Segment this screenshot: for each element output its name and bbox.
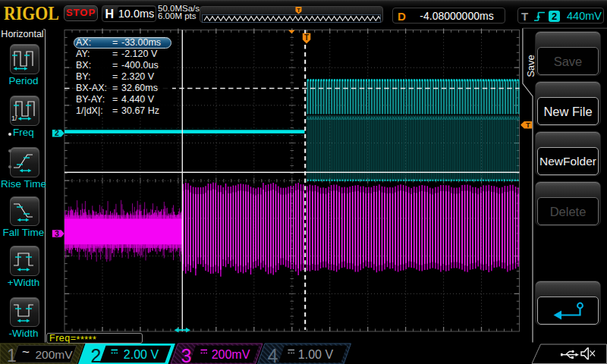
svg-text:200mV: 200mV [35,348,73,361]
svg-text:4: 4 [268,345,278,364]
svg-text:1/: 1/ [11,115,17,122]
svg-text:2: 2 [91,345,102,364]
svg-text:T: T [526,121,530,129]
svg-text:3: 3 [55,229,59,238]
svg-text:~: ~ [22,345,30,359]
svg-text:1.00 V: 1.00 V [298,348,334,361]
svg-text:1: 1 [7,346,17,364]
svg-text:3: 3 [181,345,192,364]
svg-text:T: T [304,33,309,42]
svg-text:2.00 V: 2.00 V [124,348,159,361]
svg-text:200mV: 200mV [212,348,250,361]
svg-text:2: 2 [55,128,59,137]
svg-text:T: T [297,7,300,14]
